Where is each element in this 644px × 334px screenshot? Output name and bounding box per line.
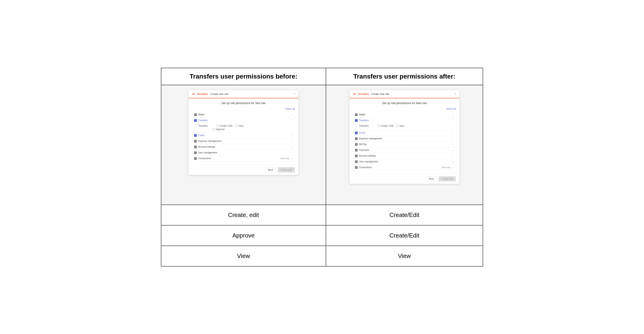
after-row1: Create/Edit [326,205,483,225]
account-icon-after [355,155,358,157]
connections-row-before[interactable]: Connections View only ⌄ [192,156,295,161]
header-before: Transfers user permissions before: [161,68,326,85]
account-row-after[interactable]: Account settings ⌄ [353,153,456,159]
comparison-table: Transfers user permissions before: Trans… [161,68,483,266]
connections-row-after[interactable]: Connections View only ⌄ [353,165,456,170]
create-edit-checkbox-after[interactable]: Create / Edit [378,125,394,127]
transfers-icon-after [355,119,358,122]
before-row1: Create, edit [161,205,326,225]
modal-before-close[interactable]: × [294,92,295,96]
modal-before: Airwallex Create new role × Set up role … [188,90,299,175]
cards-row-before[interactable]: Cards ⌄ [192,133,295,138]
cards-chevron-before: ⌄ [291,134,293,137]
user-row-before[interactable]: User management ⌄ [192,150,295,156]
approve-checkbox-before[interactable]: Approve [213,128,225,131]
back-button-after[interactable]: Back [426,176,437,182]
after-screenshot: Airwallex Create new role × Set up role … [326,85,483,205]
header-after: Transfers user permissions after: [326,68,483,85]
airwallex-logo-before: Airwallex [192,93,208,95]
connections-viewonly-before: View only [280,157,289,160]
expense-chevron-after: ⌄ [452,137,454,140]
transfers-chevron-before: ⌄ [291,119,293,122]
modal-after-footer: Back Create role [350,174,460,184]
connections-icon-after [355,166,358,169]
cards-row-after[interactable]: Cards ⌄ [353,130,456,136]
setup-title-after: Set up role permissions for New role [353,102,456,105]
cards-icon-after [355,132,358,134]
connections-icon-before [194,157,197,160]
wallet-row-before[interactable]: Wallet ⌄ [192,112,295,118]
wallet-icon-after [355,113,358,116]
before-row2: Approve [161,225,326,246]
expense-row-after[interactable]: Expense management ⌄ [353,136,456,142]
payments-icon-after [355,149,358,152]
view-checkbox-after[interactable]: View [396,125,404,127]
account-chevron-after: ⌄ [452,155,454,157]
billpay-chevron-after: ⌄ [452,143,454,146]
before-row3: View [161,246,326,266]
expense-row-before[interactable]: Expense management ⌄ [192,138,295,144]
payments-row-after[interactable]: Payments ⌄ [353,147,456,153]
expense-icon-after [355,137,358,140]
modal-before-header: Airwallex Create new role × [188,90,298,98]
wallet-chevron-after: ⌄ [452,113,454,116]
back-button-before[interactable]: Back [265,167,276,173]
account-row-before[interactable]: Account settings ⌄ [192,144,295,150]
expense-chevron-before: ⌄ [291,140,293,142]
view-checkbox-before[interactable]: View [235,125,244,127]
user-icon-after [355,160,358,163]
after-row3: View [326,246,483,266]
airwallex-logo-after: Airwallex [352,93,369,95]
create-edit-checkbox-before[interactable]: Create / Edit [216,125,233,127]
select-all-after[interactable]: Select all [353,108,456,110]
expense-icon-before [194,140,197,143]
modal-before-footer: Back Create role [188,165,298,175]
transfers-expanded-before: Transfers Create / Edit View [192,123,295,133]
create-role-button-before[interactable]: Create role [278,167,294,173]
payments-chevron-after: ⌄ [452,149,454,151]
modal-after-header: Airwallex Create new role × [350,90,460,98]
cards-chevron-after: ⌄ [452,132,454,134]
transfers-row-after[interactable]: Transfers ⌄ [353,118,456,123]
cards-icon-before [194,134,197,137]
user-chevron-before: ⌄ [291,151,293,154]
wallet-row-after[interactable]: Wallet ⌄ [353,112,456,118]
wallet-icon-before [194,113,197,116]
user-icon-before [194,151,197,154]
connections-chevron-before: ⌄ [291,157,293,160]
modal-before-title: Create new role [210,93,228,95]
modal-after-body: Set up role permissions for New role Sel… [350,98,460,174]
modal-before-body: Set up role permissions for Test role Se… [188,98,298,165]
modal-after-title: Create new role [371,93,389,95]
account-chevron-before: ⌄ [291,146,293,148]
user-chevron-after: ⌄ [452,160,454,163]
after-row2: Create/Edit [326,225,483,246]
select-all-before[interactable]: Select all [192,108,295,110]
transfers-icon-before [194,119,197,122]
connections-viewonly-after: View only [442,166,450,169]
billpay-icon-after [355,143,358,146]
user-row-after[interactable]: User management ⌄ [353,159,456,165]
before-screenshot: Airwallex Create new role × Set up role … [161,85,326,205]
transfers-expanded-after: Transfers Create / Edit View [353,123,456,130]
billpay-row-after[interactable]: Bill Pay ⌄ [353,142,456,147]
setup-title-before: Set up role permissions for Test role [192,102,295,105]
transfers-row-before[interactable]: Transfers ⌄ [192,118,295,123]
wallet-chevron-before: ⌄ [291,113,293,116]
connections-chevron-after: ⌄ [452,166,454,169]
transfers-chevron-after: ⌄ [452,119,454,122]
modal-after-close[interactable]: × [454,92,456,96]
create-role-button-after[interactable]: Create role [439,176,456,182]
modal-after: Airwallex Create new role × Set up role … [349,90,460,184]
account-icon-before [194,146,197,148]
